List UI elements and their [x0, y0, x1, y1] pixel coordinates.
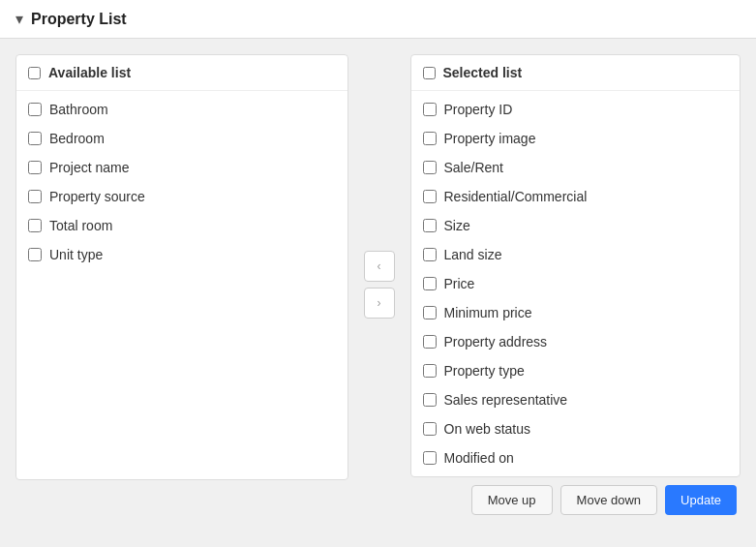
- chevron-left-icon: ‹: [378, 259, 381, 273]
- selected-item-checkbox-1[interactable]: [423, 132, 437, 145]
- chevron-right-icon: ›: [378, 296, 381, 310]
- transfer-right-button[interactable]: ›: [364, 288, 395, 319]
- update-button[interactable]: Update: [665, 485, 737, 515]
- available-item-label-0: Bathroom: [49, 102, 108, 117]
- selected-item-label-2: Sale/Rent: [444, 160, 503, 175]
- list-item[interactable]: Property source: [16, 182, 348, 211]
- list-item[interactable]: Property address: [411, 327, 741, 356]
- selected-item-label-9: Property type: [444, 363, 525, 379]
- selected-item-checkbox-11[interactable]: [423, 422, 437, 436]
- available-item-checkbox-4[interactable]: [28, 219, 42, 232]
- selected-item-checkbox-9[interactable]: [423, 364, 437, 378]
- available-item-label-2: Project name: [49, 160, 129, 175]
- selected-item-label-12: Modified on: [444, 450, 514, 466]
- available-list-title: Available list: [48, 65, 131, 80]
- list-item[interactable]: Unit type: [16, 240, 348, 269]
- transfer-left-button[interactable]: ‹: [364, 251, 395, 282]
- available-list-select-all[interactable]: [28, 67, 41, 79]
- available-list-panel: Available list Bathroom Bedroom Project …: [15, 54, 348, 480]
- selected-panel-wrapper: Selected list Property ID Property image…: [410, 54, 741, 515]
- list-item[interactable]: Land size: [411, 240, 741, 269]
- available-list-items: Bathroom Bedroom Project name Property s…: [16, 91, 348, 273]
- transfer-buttons: ‹ ›: [360, 251, 399, 319]
- selected-list-panel: Selected list Property ID Property image…: [410, 54, 741, 477]
- list-item[interactable]: Property type: [411, 356, 741, 385]
- selected-item-label-5: Land size: [444, 247, 502, 262]
- list-item[interactable]: Property ID: [411, 95, 741, 124]
- available-item-label-4: Total room: [49, 218, 112, 233]
- selected-item-label-3: Residential/Commercial: [444, 189, 588, 204]
- available-list-header: Available list: [16, 55, 348, 91]
- selected-list-header: Selected list: [411, 55, 741, 91]
- available-item-label-3: Property source: [49, 189, 145, 204]
- move-down-button[interactable]: Move down: [560, 485, 657, 515]
- selected-item-checkbox-8[interactable]: [423, 335, 437, 349]
- list-item[interactable]: Sale/Rent: [411, 153, 741, 182]
- chevron-down-icon[interactable]: ▾: [15, 10, 23, 28]
- list-item[interactable]: Minimum price: [411, 298, 741, 327]
- move-up-button[interactable]: Move up: [471, 485, 553, 515]
- selected-list-select-all[interactable]: [423, 67, 436, 79]
- selected-item-checkbox-6[interactable]: [423, 277, 437, 290]
- selected-item-checkbox-2[interactable]: [423, 161, 437, 174]
- list-item[interactable]: Project name: [16, 153, 348, 182]
- list-item[interactable]: Bathroom: [16, 95, 348, 124]
- selected-item-checkbox-12[interactable]: [423, 451, 437, 465]
- selected-item-label-0: Property ID: [444, 102, 513, 117]
- list-item[interactable]: Price: [411, 269, 741, 298]
- page-title: Property List: [31, 11, 127, 28]
- list-item[interactable]: Sales representative: [411, 385, 741, 414]
- list-item[interactable]: Property image: [411, 124, 741, 153]
- selected-item-label-10: Sales representative: [444, 392, 568, 408]
- selected-item-checkbox-0[interactable]: [423, 103, 437, 116]
- selected-item-label-1: Property image: [444, 131, 536, 146]
- available-item-checkbox-2[interactable]: [28, 161, 42, 174]
- selected-list-title: Selected list: [443, 65, 523, 80]
- selected-item-label-6: Price: [444, 276, 475, 291]
- selected-item-checkbox-7[interactable]: [423, 306, 437, 319]
- selected-item-checkbox-10[interactable]: [423, 393, 437, 407]
- available-item-checkbox-1[interactable]: [28, 132, 42, 145]
- selected-item-label-8: Property address: [444, 334, 548, 349]
- page-header: ▾ Property List: [0, 0, 756, 39]
- bottom-actions: Move up Move down Update: [410, 485, 741, 515]
- selected-item-checkbox-3[interactable]: [423, 190, 437, 203]
- available-item-label-5: Unit type: [49, 247, 103, 262]
- selected-item-label-4: Size: [444, 218, 470, 233]
- list-item[interactable]: Modified on: [411, 443, 741, 472]
- list-item[interactable]: Size: [411, 211, 741, 240]
- list-item[interactable]: Total room: [16, 211, 348, 240]
- selected-item-checkbox-5[interactable]: [423, 248, 437, 261]
- available-item-checkbox-3[interactable]: [28, 190, 42, 203]
- list-item[interactable]: Bedroom: [16, 124, 348, 153]
- available-item-checkbox-5[interactable]: [28, 248, 42, 261]
- available-item-label-1: Bedroom: [49, 131, 105, 146]
- main-content: Available list Bathroom Bedroom Project …: [0, 39, 756, 531]
- available-item-checkbox-0[interactable]: [28, 103, 42, 116]
- selected-list-items: Property ID Property image Sale/Rent Res…: [411, 91, 741, 476]
- list-item[interactable]: Residential/Commercial: [411, 182, 741, 211]
- list-item[interactable]: On web status: [411, 414, 741, 443]
- selected-item-checkbox-4[interactable]: [423, 219, 437, 232]
- selected-item-label-11: On web status: [444, 421, 531, 437]
- selected-item-label-7: Minimum price: [444, 305, 532, 320]
